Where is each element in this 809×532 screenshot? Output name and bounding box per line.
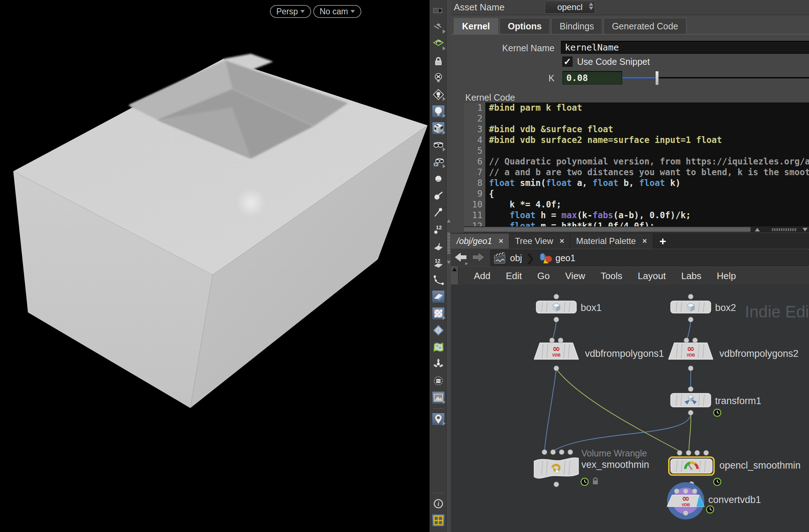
output-connector-vex_smoothmin[interactable] (554, 482, 559, 487)
k-slider[interactable] (622, 71, 809, 85)
show-handles-icon[interactable] (432, 324, 445, 337)
view-pin-icon[interactable] (432, 413, 445, 426)
display-options-icon[interactable] (432, 21, 445, 34)
smooth-shading-icon[interactable] (432, 122, 445, 135)
input-connector-vex_smoothmin[interactable] (551, 450, 556, 455)
pane-tab-tree-view[interactable]: Tree View× (509, 234, 571, 249)
expand-toolbar-handle[interactable] (432, 4, 445, 17)
output-connector-box2[interactable] (688, 317, 693, 322)
menu-go[interactable]: Go (537, 270, 550, 282)
stereo-glasses-icon[interactable] (432, 139, 445, 152)
node-label-vex_smoothmin[interactable]: vex_smoothmin (581, 459, 649, 470)
splitter-grip[interactable] (447, 232, 450, 254)
lighting-off-icon[interactable] (432, 71, 445, 84)
input-connector-vdbfrompolygons2[interactable] (693, 338, 698, 343)
tab-bindings[interactable]: Bindings (551, 18, 602, 34)
node-label-transform1[interactable]: transform1 (715, 396, 761, 406)
input-connector-vdbfrompolygons2[interactable] (684, 338, 689, 343)
input-connector-vdbfrompolygons1[interactable] (558, 338, 563, 343)
headlight-only-icon[interactable] (432, 88, 445, 101)
background-image-icon[interactable] (432, 391, 445, 404)
viewport-layout-icon[interactable] (432, 514, 445, 527)
node-label-vdbfrompolygons1[interactable]: vdbfrompolygons1 (585, 348, 664, 359)
input-connector-opencl_smoothmin[interactable] (704, 450, 709, 455)
node-label-box1[interactable]: box1 (581, 302, 602, 313)
new-tab-button[interactable]: + (653, 234, 673, 249)
tab-kernel[interactable]: Kernel (454, 18, 498, 34)
node-label-convertvdb1[interactable]: convertvdb1 (708, 494, 761, 505)
menu-view[interactable]: View (565, 270, 585, 282)
node-label-vdbfrompolygons2[interactable]: vdbfrompolygons2 (719, 348, 799, 359)
input-connector-convertvdb1[interactable] (674, 489, 679, 494)
normal-lighting-icon[interactable] (432, 105, 445, 118)
show-volumes-icon[interactable] (432, 341, 445, 354)
tab-generated-code[interactable]: Generated Code (604, 18, 686, 34)
menu-layout[interactable]: Layout (638, 270, 666, 282)
visualize-uvs-icon[interactable] (432, 307, 445, 320)
pane-minimize-icon[interactable] (803, 228, 808, 231)
node-label-opencl_smoothmin[interactable]: opencl_smoothmin (719, 460, 801, 471)
network-path[interactable]: obj ❯ geo1 (490, 250, 809, 266)
tab-options[interactable]: Options (500, 18, 550, 34)
projection-menu[interactable]: Persp (270, 5, 311, 18)
menu-scroll-nub[interactable] (451, 266, 458, 286)
input-connector-opencl_smoothmin[interactable] (695, 450, 700, 455)
input-connector-box2[interactable] (688, 294, 693, 299)
input-connector-convertvdb1[interactable] (692, 489, 697, 494)
flipbook-stereo-icon[interactable] (432, 155, 445, 168)
menu-help[interactable]: Help (717, 270, 736, 282)
input-connector-opencl_smoothmin[interactable] (686, 450, 691, 455)
show-points-icon[interactable] (432, 172, 445, 185)
pane-tab-material-palette[interactable]: Material Palette× (570, 234, 653, 249)
network-graph[interactable]: Indie Editionbox1box2∞VDBvdbfrompolygons… (451, 284, 809, 532)
back-button[interactable] (455, 252, 468, 265)
output-connector-convertvdb1[interactable] (683, 511, 688, 516)
splitter-arrow-up[interactable] (447, 219, 451, 222)
kernel-name-field[interactable]: kernelName (561, 41, 809, 54)
close-tab-icon[interactable]: × (499, 236, 503, 246)
input-connector-opencl_smoothmin[interactable] (677, 450, 682, 455)
camera-menu[interactable]: No cam (313, 5, 361, 18)
output-connector-vdbfrompolygons1[interactable] (554, 366, 559, 371)
use-code-snippet-checkbox[interactable]: ✓ (562, 57, 572, 67)
display-wind-icon[interactable] (432, 358, 445, 370)
pane-maximize-icon[interactable] (755, 228, 760, 231)
input-connector-vex_smoothmin[interactable] (559, 450, 564, 455)
forward-button[interactable] (472, 252, 485, 262)
k-value-field[interactable]: 0.08 (562, 71, 622, 85)
point-normals-icon[interactable] (432, 189, 445, 202)
lock-view-icon[interactable] (432, 54, 445, 67)
breadcrumb-obj[interactable]: obj (510, 253, 522, 263)
pane-grip[interactable] (772, 228, 797, 231)
close-tab-icon[interactable]: × (560, 236, 564, 246)
slider-handle[interactable] (655, 71, 659, 85)
pane-tab--obj-geo1[interactable]: /obj/geo1× (451, 234, 509, 249)
input-connector-vex_smoothmin[interactable] (568, 450, 573, 455)
scene-viewport[interactable]: Persp No cam (0, 0, 429, 532)
output-connector-transform1[interactable] (688, 410, 693, 415)
splitter-arrow-down[interactable] (447, 261, 451, 264)
shade-open-curves-icon[interactable] (432, 290, 445, 303)
point-trails-icon[interactable] (432, 206, 445, 219)
spinner-arrows-icon[interactable] (589, 3, 593, 10)
node-body-vex_smoothmin[interactable] (534, 458, 579, 478)
menu-edit[interactable]: Edit (506, 270, 522, 282)
output-connector-vdbfrompolygons2[interactable] (688, 366, 693, 371)
input-connector-transform1[interactable] (688, 387, 693, 392)
menu-labs[interactable]: Labs (681, 270, 701, 282)
asset-name-dropdown[interactable]: opencl (545, 1, 595, 14)
input-connector-convertvdb1[interactable] (683, 489, 688, 494)
close-tab-icon[interactable]: × (642, 236, 647, 246)
input-connector-vex_smoothmin[interactable] (542, 450, 547, 455)
menu-add[interactable]: Add (474, 270, 490, 282)
code-hscrollbar[interactable] (464, 226, 809, 233)
viewport-info-icon[interactable]: i (432, 497, 445, 510)
pane-splitter[interactable] (446, 0, 451, 532)
output-connector-box1[interactable] (554, 317, 559, 322)
breadcrumb-geo1[interactable]: geo1 (556, 253, 576, 263)
point-numbers-icon[interactable]: 12 (432, 223, 445, 236)
primitive-numbers-icon[interactable]: 12 (432, 257, 445, 269)
input-connector-box1[interactable] (554, 294, 559, 299)
input-connector-vdbfrompolygons1[interactable] (549, 338, 555, 343)
primitive-normals-icon[interactable] (432, 240, 445, 253)
